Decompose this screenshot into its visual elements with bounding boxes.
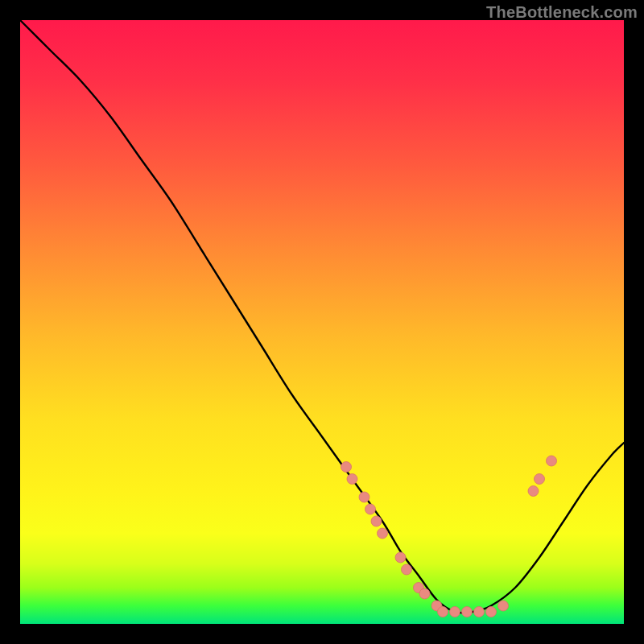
curve-layer	[20, 20, 624, 624]
data-marker	[438, 607, 448, 617]
marker-group	[341, 456, 557, 617]
data-marker	[365, 504, 376, 514]
data-marker	[462, 607, 473, 617]
bottleneck-curve	[20, 20, 624, 613]
data-marker	[450, 607, 460, 617]
data-marker	[498, 601, 509, 611]
data-marker	[347, 474, 357, 485]
data-marker	[419, 588, 430, 599]
data-marker	[341, 462, 352, 473]
data-marker	[395, 552, 406, 563]
data-marker	[359, 492, 369, 502]
data-marker	[486, 607, 497, 617]
data-marker	[528, 486, 539, 497]
data-marker	[402, 564, 412, 575]
data-marker	[371, 516, 382, 526]
watermark-text: TheBottleneck.com	[486, 3, 638, 22]
data-marker	[547, 456, 557, 466]
data-marker	[378, 528, 388, 539]
data-marker	[535, 474, 545, 485]
plot-area	[20, 20, 624, 624]
data-marker	[474, 607, 485, 617]
chart-stage: TheBottleneck.com	[0, 0, 644, 644]
